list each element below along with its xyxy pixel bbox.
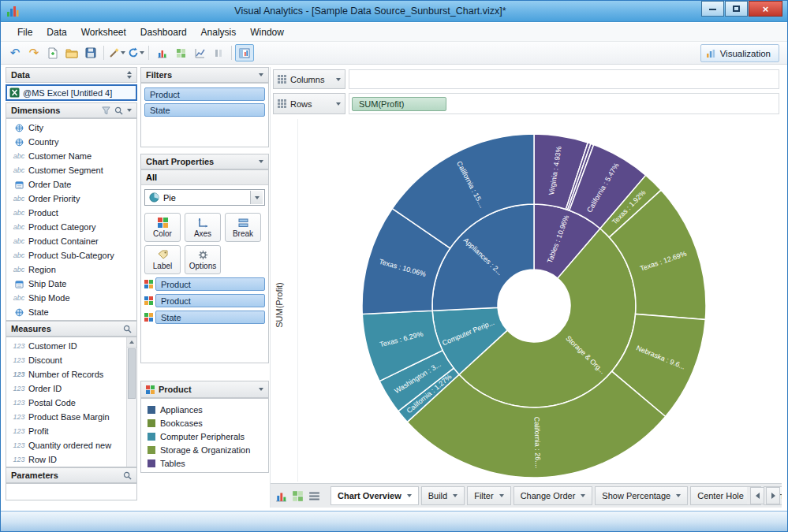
bar-chart-tool-button[interactable] [152, 44, 171, 61]
options-button[interactable]: Options [185, 245, 221, 274]
tabs-scroll-right-button[interactable] [766, 487, 780, 504]
measure-item[interactable]: 123Number of Records [6, 367, 126, 381]
menu-analysis[interactable]: Analysis [194, 24, 244, 40]
columns-shelf[interactable] [349, 69, 779, 89]
dimension-item[interactable]: abcRegion [6, 262, 136, 277]
magic-wand-button[interactable] [107, 44, 126, 61]
save-button[interactable] [81, 44, 100, 61]
scrollbar-thumb[interactable] [128, 348, 136, 399]
measure-item[interactable]: 123Quantity ordered new [6, 438, 126, 452]
measure-item[interactable]: 123Postal Code [6, 396, 126, 410]
dimension-item[interactable]: Order Date [6, 177, 136, 192]
redo-button[interactable]: ↷ [24, 44, 43, 61]
legend-header[interactable]: Product [140, 381, 269, 398]
tab-build[interactable]: Build [421, 486, 465, 505]
pivot-grid-tool-button[interactable] [171, 44, 190, 61]
measures-scrollbar[interactable] [126, 337, 136, 467]
line-chart-tool-button[interactable] [190, 44, 209, 61]
measure-item[interactable]: 123Product Base Margin [6, 410, 126, 424]
dimension-item[interactable]: Country [6, 135, 136, 149]
tab-chart-overview[interactable]: Chart Overview [331, 486, 419, 505]
rows-pill-sum-profit[interactable]: SUM(Profit) [352, 97, 446, 111]
chart-type-select[interactable]: Pie [144, 189, 265, 206]
menu-worksheet[interactable]: Worksheet [74, 24, 133, 40]
measure-item[interactable]: 123Customer ID [6, 339, 126, 353]
filter-pill-product[interactable]: Product [144, 87, 265, 101]
list-icon[interactable] [308, 490, 320, 502]
measure-item[interactable]: 123Profit [6, 424, 126, 438]
filters-header[interactable]: Filters [140, 67, 269, 83]
dimensions-header[interactable]: Dimensions [6, 102, 137, 118]
funnel-icon[interactable] [102, 106, 110, 115]
filter-pill-state[interactable]: State [144, 103, 265, 117]
binding-pill-state[interactable]: State [155, 311, 265, 324]
label-button[interactable]: Label [144, 245, 181, 274]
visualization-button[interactable]: Visualization [700, 44, 779, 62]
legend-item[interactable]: Appliances [141, 403, 268, 416]
visualization-label: Visualization [720, 49, 771, 58]
tab-filter[interactable]: Filter [467, 486, 510, 505]
dimension-item[interactable]: State [6, 305, 136, 319]
search-icon[interactable] [114, 106, 123, 115]
rows-shelf-button[interactable]: Rows [273, 93, 345, 114]
tab-all[interactable]: All [141, 170, 268, 185]
measures-header[interactable]: Measures [6, 321, 137, 337]
dimension-item[interactable]: abcProduct Container [6, 234, 136, 248]
scroll-up-icon[interactable] [127, 337, 136, 348]
field-label: State [28, 307, 49, 317]
search-icon[interactable] [123, 471, 132, 480]
dimension-item[interactable]: abcProduct Sub-Category [6, 248, 136, 262]
chart-type-dropdown[interactable] [250, 191, 263, 204]
legend-item[interactable]: Tables [141, 456, 268, 470]
chevron-down-icon[interactable] [127, 109, 132, 112]
chevron-left-icon [756, 493, 760, 499]
rows-shelf[interactable]: SUM(Profit) [349, 93, 779, 114]
dimension-item[interactable]: abcOrder Priority [6, 192, 136, 206]
dimension-item[interactable]: abcProduct [6, 206, 136, 220]
search-icon[interactable] [123, 325, 132, 333]
visualization-panel-toggle[interactable] [235, 44, 254, 61]
menu-file[interactable]: File [10, 24, 39, 40]
bar-chart-icon[interactable] [275, 490, 287, 502]
dimension-item[interactable]: abcCustomer Segment [6, 163, 136, 177]
columns-shelf-button[interactable]: Columns [273, 69, 345, 89]
refresh-button[interactable] [126, 44, 145, 61]
open-button[interactable] [62, 44, 81, 61]
close-button[interactable]: × [749, 1, 782, 17]
tab-show-percentage[interactable]: Show Percentage [595, 486, 688, 505]
color-button[interactable]: Color [144, 213, 181, 242]
menu-window[interactable]: Window [243, 24, 291, 40]
tab-change-order[interactable]: Change Order [514, 486, 593, 505]
binding-pill-product-2[interactable]: Product [155, 294, 265, 307]
measure-item[interactable]: 123Row ID [6, 452, 126, 467]
sort-icon[interactable] [127, 71, 132, 79]
menu-data[interactable]: Data [39, 24, 73, 40]
columns-tool-button[interactable] [209, 44, 228, 61]
filters-body: Product State [140, 83, 269, 147]
binding-pill-product-1[interactable]: Product [155, 277, 265, 291]
legend-item[interactable]: Computer Peripherals [141, 430, 268, 443]
data-source-item[interactable]: @MS Excel [Untitled 4] [6, 84, 137, 101]
dimension-item[interactable]: Ship Date [6, 277, 136, 291]
new-file-button[interactable] [43, 44, 62, 61]
pivot-grid-icon[interactable] [292, 490, 304, 502]
break-button[interactable]: Break [225, 213, 261, 242]
dimension-item[interactable]: abcShip Mode [6, 291, 136, 305]
legend-item[interactable]: Bookcases [141, 416, 268, 430]
undo-button[interactable]: ↶ [6, 44, 24, 61]
dimension-item[interactable]: City [6, 121, 136, 135]
parameters-header[interactable]: Parameters [6, 467, 137, 483]
data-panel-header[interactable]: Data [6, 67, 137, 83]
minimize-button[interactable] [701, 1, 724, 17]
maximize-button[interactable] [725, 1, 748, 17]
axes-button[interactable]: Axes [185, 213, 221, 242]
legend-item[interactable]: Storage & Organization [141, 443, 268, 456]
chart-properties-header[interactable]: Chart Properties [140, 154, 269, 169]
tabs-scroll-left-button[interactable] [750, 487, 764, 504]
data-panel: Data @MS Excel [Untitled 4] Dimensions C… [6, 67, 137, 508]
dimension-item[interactable]: abcProduct Category [6, 220, 136, 234]
menu-dashboard[interactable]: Dashboard [133, 24, 194, 40]
measure-item[interactable]: 123Discount [6, 353, 126, 367]
measure-item[interactable]: 123Order ID [6, 381, 126, 396]
dimension-item[interactable]: abcCustomer Name [6, 149, 136, 163]
